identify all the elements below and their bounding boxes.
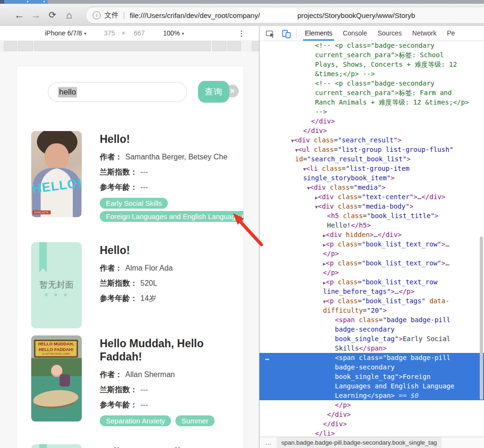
omnibox-divider: | — [123, 11, 125, 19]
cover-sign: HELLO MUDDAH,HELLO FADDAH!(A LETTER FROM… — [34, 340, 78, 358]
device-toolbar-menu-icon[interactable]: ⋮ — [235, 28, 248, 39]
devtools-code-line[interactable]: ▼<p class="book_list_tags" data- — [283, 296, 484, 306]
search-input[interactable]: hello — [48, 82, 187, 102]
devtools-code-line[interactable]: ▶<p class="book_list_text_row — [283, 277, 484, 287]
book-tags: Separation AnxietySummer — [100, 415, 243, 429]
devtools-code-line[interactable]: Skills</span> — [283, 343, 484, 353]
tab-console[interactable]: Console — [343, 26, 367, 41]
devtools-code-line[interactable]: ▼<ul class="list-group list-group-flush" — [283, 145, 484, 154]
devtools-code-line[interactable]: </div> — [283, 419, 484, 429]
device-selector[interactable]: iPhone 6/7/8▾ — [45, 29, 86, 37]
book-title: Hello Toes! Hello Feet! — [100, 446, 243, 448]
inspect-element-icon[interactable] — [265, 28, 276, 39]
ruler-segment — [4, 41, 17, 51]
browser-toolbar: ← → ⟳ ⌂ i 文件 | file:///Users/crifan/dev/… — [0, 4, 484, 26]
devtools-code-line[interactable]: --> — [283, 107, 484, 116]
book-field-label: 作者： — [100, 370, 122, 378]
home-icon[interactable]: ⌂ — [63, 9, 75, 21]
active-browser-tab[interactable] — [4, 0, 48, 4]
device-width-field[interactable]: 375 — [104, 29, 115, 37]
tag-pill: Separation Anxiety — [100, 415, 171, 426]
devtools-code-line[interactable]: Plays, Shows, Concerts + 难度等级: 12 — [283, 60, 484, 69]
query-button[interactable]: 查询 — [198, 81, 229, 103]
devtools-code-line[interactable]: </p> — [283, 268, 484, 277]
devtools-code-line[interactable]: ▼<div class="media"> — [283, 183, 484, 192]
cover-sign-text: HELLO FADDAH! — [35, 347, 77, 352]
devtools-code-line[interactable]: ▶<div hidden>…</div> — [283, 230, 484, 239]
reload-icon[interactable]: ⟳ — [46, 9, 59, 21]
tab-elements[interactable]: Elements — [305, 26, 332, 41]
devtools-code-line[interactable]: badge-secondary — [283, 325, 484, 334]
devtools-code-line[interactable]: <!-- <p class="badge-secondary — [283, 41, 484, 50]
window-edge — [0, 0, 4, 4]
devtools-code-line[interactable]: current_search_para">标签: Farm and — [283, 88, 484, 97]
device-emulation-pane: iPhone 6/7/8▾ 375 × 667 100%▾ ⋮ hello ✕ — [0, 26, 259, 448]
devtools-code-line[interactable]: current_search_para">标签: School — [283, 50, 484, 60]
bookmark-ribbon-icon — [39, 242, 47, 272]
zoom-selector[interactable]: 100%▾ — [163, 29, 184, 37]
toggle-device-toolbar-icon[interactable] — [281, 28, 292, 39]
devtools-code-line[interactable]: ▶<p class="book_list_text_row">… — [283, 258, 484, 268]
devtools-code-line[interactable]: <!-- <p class="badge-secondary — [283, 79, 484, 88]
book-list-item[interactable]: 暂无封面★ ★ ★Hello!作者：Alma Flor Ada兰斯指数：520L… — [31, 242, 243, 328]
devtools-code-line[interactable]: Languages and English Language — [259, 381, 484, 391]
back-icon[interactable]: ← — [13, 9, 26, 21]
tab-performance[interactable]: Pe — [447, 26, 455, 41]
cover-sign-subtext: (A LETTER FROM CAMP) — [35, 352, 77, 355]
devtools-code-line[interactable]: line_before_tags">…</p> — [283, 287, 484, 296]
devtools-code-line[interactable]: <span class="badge badge-pill — [283, 315, 484, 325]
book-field-row: 作者：Allan Sherman — [100, 370, 243, 380]
devtools-code-line[interactable]: </p> — [283, 400, 484, 410]
book-list-item[interactable]: Hello Toes! Hello Feet! — [31, 444, 243, 448]
book-field-label: 参考年龄： — [100, 401, 138, 409]
page-info-icon[interactable]: i — [93, 11, 101, 19]
book-field-row: 作者：Alma Flor Ada — [100, 264, 243, 273]
devtools-status-bar: … span.badge.badge-pill.badge-secondary.… — [259, 437, 484, 448]
devtools-code-line[interactable]: &times;</p> --> — [283, 69, 484, 79]
search-bar-row: hello ✕ 查询 — [48, 81, 243, 103]
book-list-item[interactable]: HELLO MUDDAH,HELLO FADDAH!(A LETTER FROM… — [31, 335, 243, 429]
toolbar-divider — [296, 29, 297, 38]
device-height-field[interactable]: 667 — [134, 29, 145, 37]
devtools-code-line[interactable]: book_single_tag">Early Social — [283, 334, 484, 343]
devtools-code-line[interactable]: </div> — [283, 410, 484, 419]
address-bar[interactable]: i 文件 | file:///Users/crifan/dev/dev_root… — [86, 7, 484, 24]
scrollbar-thumb[interactable] — [480, 237, 483, 400]
ruler-segment — [227, 41, 241, 51]
devtools-code-line[interactable]: Learning</span> == $0 — [259, 391, 484, 400]
redacted-url-segment — [260, 9, 297, 22]
devtools-code-line[interactable]: ▼<div class="search_result"> — [283, 135, 484, 145]
breadcrumb-selected-node[interactable]: span.badge.badge-pill.badge-secondary.bo… — [277, 437, 441, 448]
book-field-label: 兰斯指数： — [100, 168, 138, 176]
devtools-code-line[interactable]: ▶<div class="text-center">…</div> — [283, 192, 484, 202]
devtools-code-line[interactable]: <span class="badge badge-pill — [259, 353, 484, 362]
devtools-code-line[interactable]: ▼<div class="media-body"> — [283, 202, 484, 211]
book-cover: HELLO!SCHOLASTIC — [31, 131, 82, 217]
forward-icon[interactable]: → — [30, 9, 42, 21]
devtools-code-line[interactable]: difficulty="20"> — [283, 306, 484, 315]
devtools-code-line[interactable]: <h5 class="book_list_title"> — [283, 211, 484, 220]
breadcrumb-overflow-icon[interactable]: … — [265, 439, 272, 446]
devtools-code-line[interactable]: id="search_result_book_list"> — [283, 154, 484, 164]
tab-network[interactable]: Network — [412, 26, 436, 41]
search-input-value: hello — [58, 87, 77, 97]
devtools-code-line[interactable]: book_single_tag">Foreign — [259, 372, 484, 381]
devtools-code-line[interactable]: single_storybook_item"> — [283, 173, 484, 183]
tab-sources[interactable]: Sources — [378, 26, 402, 41]
devtools-code-line[interactable]: </div> — [283, 126, 484, 135]
devtools-code-line[interactable]: badge-secondary — [259, 362, 484, 372]
book-field-row: 参考年龄：--- — [100, 400, 243, 410]
book-field-label: 参考年龄： — [100, 183, 138, 191]
book-field-row: 兰斯指数：--- — [100, 385, 243, 395]
devtools-code-line[interactable]: </div> — [283, 116, 484, 126]
device-ruler — [0, 40, 259, 52]
devtools-code-line[interactable]: Hello!</h5> — [283, 220, 484, 230]
devtools-code-line[interactable]: </li> — [283, 429, 484, 437]
devtools-code-line[interactable]: ▼<li class="list-group-item — [283, 164, 484, 173]
devtools-code-line[interactable]: Ranch Animals + 难度等级: 12 &times;</p> — [283, 97, 484, 107]
book-list-item[interactable]: HELLO!SCHOLASTICHello!作者：Samantha Berger… — [31, 131, 243, 224]
devtools-code-line[interactable]: </p> — [283, 249, 484, 258]
no-cover-text: 暂无封面 — [31, 279, 82, 290]
dimension-times-icon: × — [121, 29, 125, 37]
devtools-code-line[interactable]: ▶<p class="book_list_text_row">… — [283, 239, 484, 249]
